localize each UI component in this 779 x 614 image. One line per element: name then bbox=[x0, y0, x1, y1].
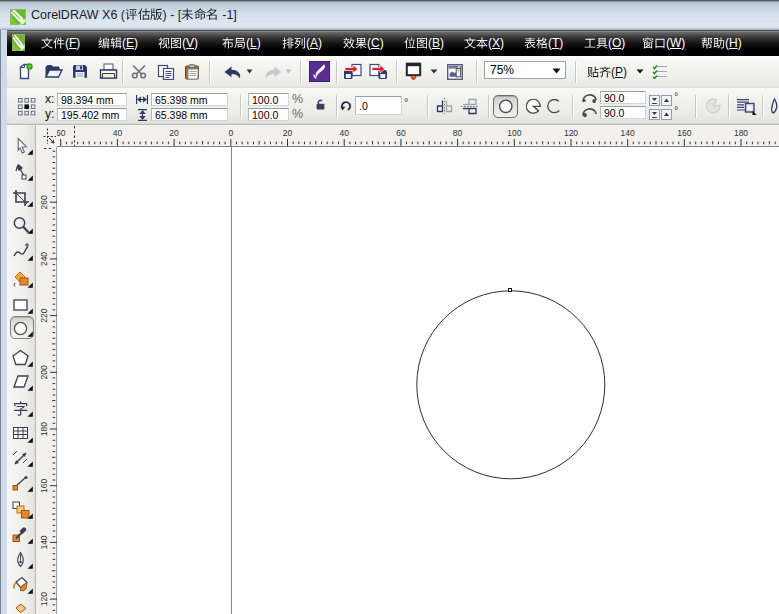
svg-text:240: 240 bbox=[39, 252, 49, 266]
svg-text:200: 200 bbox=[39, 365, 49, 379]
svg-text:260: 260 bbox=[39, 195, 49, 209]
svg-text:180: 180 bbox=[734, 128, 748, 138]
svg-text:180: 180 bbox=[39, 422, 49, 436]
svg-text:120: 120 bbox=[39, 592, 49, 606]
svg-text:40: 40 bbox=[113, 128, 123, 138]
svg-text:40: 40 bbox=[339, 128, 349, 138]
svg-text:80: 80 bbox=[453, 128, 463, 138]
svg-text:220: 220 bbox=[39, 308, 49, 322]
svg-text:20: 20 bbox=[283, 128, 293, 138]
svg-text:100: 100 bbox=[507, 128, 521, 138]
svg-text:120: 120 bbox=[564, 128, 578, 138]
svg-text:160: 160 bbox=[677, 128, 691, 138]
svg-text:140: 140 bbox=[621, 128, 635, 138]
svg-text:20: 20 bbox=[169, 128, 179, 138]
svg-text:140: 140 bbox=[39, 535, 49, 549]
svg-text:160: 160 bbox=[39, 478, 49, 492]
svg-text:0: 0 bbox=[228, 128, 233, 138]
svg-text:60: 60 bbox=[56, 128, 66, 138]
svg-text:60: 60 bbox=[396, 128, 406, 138]
